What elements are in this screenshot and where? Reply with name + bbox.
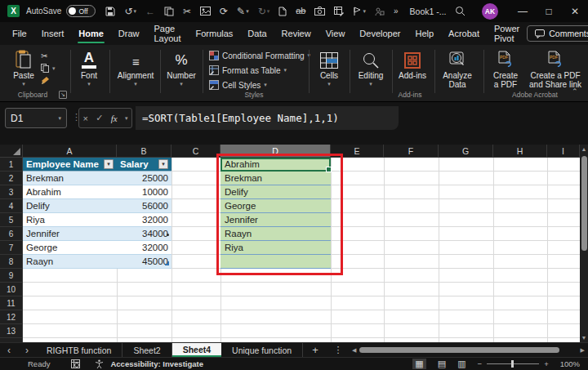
paste-picture-icon[interactable]: [200, 7, 211, 16]
scroll-up-icon[interactable]: ▲: [580, 146, 588, 152]
insert-function-button[interactable]: fx: [111, 114, 118, 123]
spill-cell-D6[interactable]: Raayn: [220, 227, 331, 241]
draw-select-icon[interactable]: ✎▾: [237, 7, 249, 16]
row-header-11[interactable]: 11: [0, 296, 23, 310]
tab-help[interactable]: Help: [408, 22, 441, 45]
vertical-scrollbar[interactable]: ▲ ▼: [580, 145, 588, 342]
table-cell-salary[interactable]: 34000: [117, 227, 172, 241]
row-header-7[interactable]: 7: [0, 241, 23, 255]
filter-icon[interactable]: ▾: [158, 159, 168, 169]
add-sheet-button[interactable]: +: [303, 343, 327, 357]
row-header-13[interactable]: 13: [0, 324, 23, 338]
macro-record-icon[interactable]: [71, 359, 80, 368]
column-header-B[interactable]: B: [117, 145, 172, 158]
spill-cell-D2[interactable]: Brekman: [220, 172, 331, 185]
table-cell-salary[interactable]: 32000: [117, 213, 172, 227]
table-cell-salary[interactable]: 25000: [117, 172, 172, 185]
maximize-button[interactable]: □: [536, 0, 562, 22]
sheet-tab-rightb-function[interactable]: RIGHTB function: [36, 343, 122, 357]
save-icon[interactable]: [105, 7, 115, 16]
camera-screenshot-icon[interactable]: [314, 7, 325, 16]
column-header-C[interactable]: C: [172, 145, 220, 158]
paste-button[interactable]: Paste ▾: [8, 49, 39, 87]
row-header-12[interactable]: 12: [0, 310, 23, 324]
cut-button[interactable]: ✂: [41, 51, 56, 60]
table-resize-handle[interactable]: [165, 261, 169, 265]
accessibility-status[interactable]: Accessibility: Investigate: [110, 359, 203, 368]
collapse-ribbon-icon[interactable]: ⌃: [572, 87, 578, 96]
table-cell-name[interactable]: Jennifer: [23, 227, 117, 241]
table-cell-salary[interactable]: 45000: [117, 255, 172, 269]
tab-review[interactable]: Review: [274, 22, 318, 45]
column-header-D[interactable]: D: [220, 145, 331, 158]
cut-icon[interactable]: ✂: [183, 7, 191, 16]
minimize-button[interactable]: —: [510, 0, 536, 22]
zoom-out-icon[interactable]: −: [478, 359, 483, 368]
zoom-in-icon[interactable]: +: [544, 359, 549, 368]
add-ins-button[interactable]: Add-ins: [395, 49, 430, 80]
tab-formulas[interactable]: Formulas: [189, 22, 241, 45]
sheet-nav-left-icon[interactable]: ‹: [0, 343, 18, 357]
comments-button[interactable]: Comments: [527, 25, 588, 42]
column-header-I[interactable]: I: [547, 145, 580, 158]
horizontal-scroll-thumb[interactable]: [359, 347, 559, 353]
tab-acrobat[interactable]: Acrobat: [441, 22, 487, 45]
enter-icon[interactable]: ✓: [96, 113, 103, 123]
spill-cell-D7[interactable]: Riya: [220, 241, 331, 255]
tab-file[interactable]: File: [5, 22, 34, 45]
column-header-H[interactable]: H: [493, 145, 547, 158]
column-header-G[interactable]: G: [439, 145, 493, 158]
tab-developer[interactable]: Developer: [352, 22, 408, 45]
horizontal-scrollbar[interactable]: ◀ ▶: [349, 343, 588, 357]
page-layout-view-icon[interactable]: ▤: [438, 359, 446, 369]
scroll-right-icon[interactable]: ▶: [581, 347, 585, 354]
spill-cell-D4[interactable]: George: [220, 199, 331, 213]
conditional-formatting-button[interactable]: Conditional Formatting ▾: [209, 51, 310, 60]
vertical-scroll-thumb[interactable]: [581, 156, 587, 251]
table-cell-name[interactable]: George: [23, 241, 117, 255]
sheet-nav-right-icon[interactable]: ›: [18, 343, 36, 357]
format-painter-button[interactable]: [41, 76, 56, 85]
formula-input[interactable]: =SORT(Table1[Employee Name],1,1): [136, 106, 399, 130]
tab-home[interactable]: Home: [71, 22, 111, 45]
scroll-down-icon[interactable]: ▼: [580, 335, 588, 341]
table-cell-name[interactable]: Riya: [23, 213, 117, 227]
excel-logo-icon[interactable]: X: [7, 5, 20, 17]
table-header-employee-name[interactable]: Employee Name▾: [23, 158, 117, 172]
zoom-slider-thumb[interactable]: [511, 360, 514, 368]
table-cell-salary[interactable]: 56000: [117, 199, 172, 213]
tab-data[interactable]: Data: [240, 22, 274, 45]
font-group-button[interactable]: A Font ▾: [72, 49, 106, 87]
clipboard-dialog-launcher-icon[interactable]: ↘: [59, 91, 67, 99]
row-header-4[interactable]: 4: [0, 199, 23, 213]
spill-cell-D8[interactable]: [220, 255, 331, 269]
refresh-icon[interactable]: ⟳: [220, 7, 228, 16]
strikethrough-icon[interactable]: ab: [296, 7, 305, 16]
start-flag-icon[interactable]: ▾: [353, 7, 366, 16]
column-header-F[interactable]: F: [384, 145, 439, 158]
tab-draw[interactable]: Draw: [111, 22, 147, 45]
create-pdf-button[interactable]: PDF Create a PDF: [487, 49, 524, 89]
tab-view[interactable]: View: [318, 22, 353, 45]
sheet-tab-unique-function[interactable]: Unique function: [221, 343, 303, 357]
row-header-2[interactable]: 2: [0, 172, 23, 185]
format-table-icon[interactable]: [334, 7, 344, 16]
create-pdf-share-button[interactable]: PDF Create a PDF and Share link: [528, 49, 583, 89]
sheet-tabs-more-icon[interactable]: ⋮: [327, 343, 349, 357]
sheet-tab-sheet4[interactable]: Sheet4: [172, 343, 221, 357]
sheet-tab-sheet2[interactable]: Sheet2: [122, 343, 172, 357]
select-all-corner[interactable]: [0, 145, 23, 158]
row-header-8[interactable]: 8: [0, 255, 23, 269]
autosave-toggle[interactable]: Off: [66, 5, 96, 17]
cell-styles-button[interactable]: Cell Styles ▾: [209, 80, 310, 90]
format-as-table-button[interactable]: Format as Table ▾: [209, 65, 310, 75]
zoom-level[interactable]: 100%: [560, 359, 580, 368]
table-cell-name[interactable]: Brekman: [23, 172, 117, 185]
row-header-10[interactable]: 10: [0, 283, 23, 296]
table-cell-name[interactable]: Delify: [23, 199, 117, 213]
table-cell-name[interactable]: Abrahim: [23, 185, 117, 199]
close-button[interactable]: ✕: [562, 0, 588, 22]
alignment-group-button[interactable]: ≡ Alignment ▾: [113, 49, 158, 87]
row-header-1[interactable]: 1: [0, 158, 23, 172]
copy-button[interactable]: ▾: [41, 64, 56, 73]
